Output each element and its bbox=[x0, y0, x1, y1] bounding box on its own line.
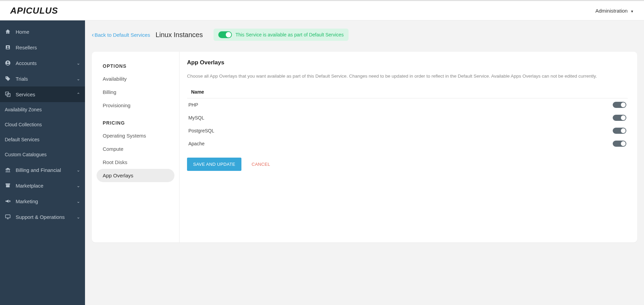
service-enabled-toggle[interactable] bbox=[218, 31, 232, 38]
overlay-name: MySQL bbox=[188, 115, 204, 121]
chevron-left-icon: ‹ bbox=[92, 31, 94, 38]
options-column: OPTIONS Availability Billing Provisionin… bbox=[92, 52, 180, 242]
svg-rect-7 bbox=[6, 170, 7, 171]
card: OPTIONS Availability Billing Provisionin… bbox=[92, 52, 637, 242]
account-icon bbox=[5, 60, 12, 66]
overlay-name: PHP bbox=[188, 102, 198, 108]
svg-rect-8 bbox=[7, 170, 8, 171]
chevron-down-icon: ⌄ bbox=[77, 76, 80, 81]
svg-point-1 bbox=[7, 46, 9, 48]
svg-point-4 bbox=[6, 77, 7, 78]
back-label: Back to Default Services bbox=[95, 32, 150, 38]
main-title: App Overlays bbox=[187, 59, 628, 66]
status-pill: This Service is available as part of Def… bbox=[214, 29, 348, 41]
top-bar: APICULUS Administration ▼ bbox=[0, 0, 644, 20]
option-app-overlays[interactable]: App Overlays bbox=[97, 169, 174, 182]
sidebar-item-label: Marketing bbox=[16, 198, 38, 204]
chevron-down-icon: ⌄ bbox=[77, 61, 80, 66]
chevron-up-icon: ⌃ bbox=[77, 92, 80, 97]
sidebar-item-label: Resellers bbox=[16, 45, 37, 50]
svg-point-3 bbox=[7, 62, 9, 63]
main-description: Choose all App Overlays that you want av… bbox=[187, 73, 628, 80]
table-row: PostgreSQL bbox=[187, 124, 628, 137]
admin-label: Administration bbox=[595, 8, 628, 14]
reseller-icon bbox=[5, 44, 12, 50]
sidebar-item-label: Marketplace bbox=[16, 183, 44, 189]
caret-down-icon: ▼ bbox=[630, 10, 634, 13]
bank-icon bbox=[5, 167, 12, 173]
services-icon bbox=[5, 91, 12, 97]
sidebar-item-support[interactable]: Support & Operations ⌄ bbox=[0, 209, 85, 225]
sidebar-item-resellers[interactable]: Resellers bbox=[0, 39, 85, 55]
page-header: ‹ Back to Default Services Linux Instanc… bbox=[85, 20, 644, 45]
sidebar-sub-custom-catalogues[interactable]: Custom Catalogues bbox=[0, 147, 85, 162]
option-root-disks[interactable]: Root Disks bbox=[97, 156, 174, 169]
cancel-button[interactable]: CANCEL bbox=[252, 162, 270, 167]
option-billing[interactable]: Billing bbox=[97, 85, 174, 99]
svg-rect-10 bbox=[5, 172, 10, 172]
content-area: ‹ Back to Default Services Linux Instanc… bbox=[85, 20, 644, 305]
chevron-down-icon: ⌄ bbox=[77, 199, 80, 204]
overlay-toggle-mysql[interactable] bbox=[613, 115, 626, 121]
overlay-toggle-php[interactable] bbox=[613, 102, 626, 108]
overlay-name: PostgreSQL bbox=[188, 128, 214, 133]
svg-rect-9 bbox=[9, 170, 10, 171]
bullhorn-icon bbox=[5, 198, 12, 204]
sidebar-item-billing[interactable]: Billing and Financial ⌄ bbox=[0, 162, 85, 178]
sidebar-item-services[interactable]: Services ⌃ bbox=[0, 86, 85, 102]
chevron-down-icon: ⌄ bbox=[77, 214, 80, 220]
tag-icon bbox=[5, 76, 12, 82]
option-provisioning[interactable]: Provisioning bbox=[97, 99, 174, 112]
sidebar-item-label: Accounts bbox=[16, 60, 37, 66]
sidebar-item-label: Billing and Financial bbox=[16, 167, 61, 173]
sidebar-sub-default-services[interactable]: Default Services bbox=[0, 132, 85, 147]
sidebar: Home Resellers Accounts ⌄ Trials ⌄ bbox=[0, 20, 85, 305]
sidebar-sub-cloud-collections[interactable]: Cloud Collections bbox=[0, 117, 85, 132]
table-header-name: Name bbox=[187, 86, 628, 98]
chevron-down-icon: ⌄ bbox=[77, 183, 80, 188]
monitor-icon bbox=[5, 214, 12, 220]
status-text: This Service is available as part of Def… bbox=[235, 32, 343, 37]
option-compute[interactable]: Compute bbox=[97, 142, 174, 156]
sidebar-item-marketing[interactable]: Marketing ⌄ bbox=[0, 193, 85, 209]
main-column: App Overlays Choose all App Overlays tha… bbox=[180, 52, 637, 242]
save-button[interactable]: SAVE AND UPDATE bbox=[187, 158, 241, 171]
home-icon bbox=[5, 29, 12, 35]
logo: APICULUS bbox=[10, 5, 58, 16]
table-row: PHP bbox=[187, 98, 628, 111]
sidebar-item-trials[interactable]: Trials ⌄ bbox=[0, 71, 85, 86]
pricing-heading: PRICING bbox=[97, 117, 174, 129]
sidebar-item-home[interactable]: Home bbox=[0, 24, 85, 39]
back-link[interactable]: ‹ Back to Default Services bbox=[92, 31, 150, 38]
overlay-name: Apache bbox=[188, 141, 204, 146]
sidebar-item-accounts[interactable]: Accounts ⌄ bbox=[0, 55, 85, 71]
sidebar-item-marketplace[interactable]: Marketplace ⌄ bbox=[0, 178, 85, 193]
options-heading: OPTIONS bbox=[97, 60, 174, 72]
sidebar-item-label: Home bbox=[16, 29, 29, 35]
overlay-toggle-postgresql[interactable] bbox=[613, 128, 626, 134]
sidebar-item-label: Support & Operations bbox=[16, 214, 65, 220]
sidebar-sub-availability-zones[interactable]: Availability Zones bbox=[0, 102, 85, 117]
chevron-down-icon: ⌄ bbox=[77, 167, 80, 173]
admin-dropdown[interactable]: Administration ▼ bbox=[595, 8, 634, 14]
overlay-toggle-apache[interactable] bbox=[613, 141, 626, 147]
table-row: MySQL bbox=[187, 111, 628, 124]
sidebar-item-label: Trials bbox=[16, 76, 28, 82]
option-availability[interactable]: Availability bbox=[97, 72, 174, 85]
sidebar-item-label: Services bbox=[16, 92, 35, 97]
actions: SAVE AND UPDATE CANCEL bbox=[187, 158, 628, 171]
svg-rect-11 bbox=[6, 185, 10, 188]
table-row: Apache bbox=[187, 137, 628, 150]
option-operating-systems[interactable]: Operating Systems bbox=[97, 129, 174, 142]
store-icon bbox=[5, 182, 12, 189]
page-title: Linux Instances bbox=[155, 31, 203, 39]
svg-rect-12 bbox=[5, 215, 10, 218]
